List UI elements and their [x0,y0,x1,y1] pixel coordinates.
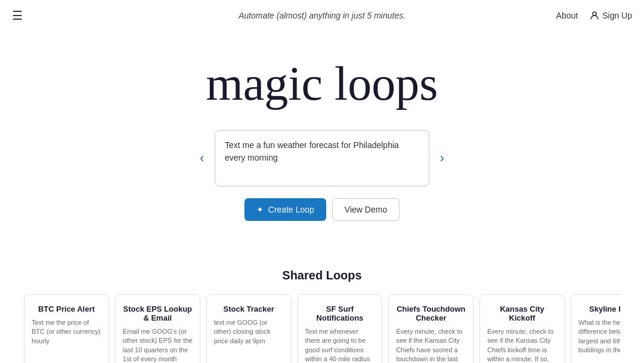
loop-card[interactable]: Stock Tracker text me GOOG (or other) cl… [206,294,292,363]
header-nav: About Sign Up [556,11,632,20]
loop-card-title: SF Surf Notifications [305,304,375,322]
loop-card[interactable]: BTC Price Alert Text me the price of BTC… [24,294,109,363]
hamburger-menu[interactable]: ☰ [12,8,23,23]
user-icon [590,11,599,20]
loop-card-desc: Every minute, check to see if the Kansas… [487,327,557,363]
loop-card-desc: Every minute, check to see if the Kansas… [396,327,466,363]
prompt-input[interactable] [225,139,419,175]
next-arrow-button[interactable]: › [437,147,447,169]
loop-card[interactable]: Skyline Delta What is the height differe… [571,294,620,363]
shared-loops-section: Shared Loops BTC Price Alert Text me the… [0,257,644,363]
loop-card[interactable]: Kansas City Kickoff Every minute, check … [479,294,565,363]
loop-card-desc: Text me the price of BTC (or other curre… [32,318,101,346]
about-link[interactable]: About [556,11,578,20]
svg-point-0 [593,12,596,16]
prompt-input-wrapper [215,130,429,186]
loop-card[interactable]: Chiefs Touchdown Checker Every minute, c… [388,294,473,363]
loop-card-title: Chiefs Touchdown Checker [396,304,466,322]
loop-card-title: Stock EPS Lookup & Email [123,304,193,322]
loop-card-desc: Text me whenever there are going to be g… [305,327,375,363]
loop-card-desc: Email me GOOG's (or other stock) EPS for… [123,327,193,363]
loops-grid: BTC Price Alert Text me the price of BTC… [24,294,620,363]
view-demo-button[interactable]: View Demo [332,198,400,221]
action-buttons: ✦ Create Loop View Demo [244,198,400,221]
hamburger-icon: ☰ [12,8,23,23]
create-loop-label: Create Loop [268,205,314,214]
loop-card-title: Stock Tracker [214,304,284,313]
loop-card-title: Skyline Delta [578,304,620,313]
loop-card-desc: text me GOOG (or other) closing stock pr… [214,318,284,346]
signup-label: Sign Up [602,11,632,20]
prev-arrow-button[interactable]: ‹ [197,147,207,169]
hero-section: magic loops ‹ › ✦ Create Loop View Demo [0,31,644,257]
loop-card-title: Kansas City Kickoff [487,304,557,322]
logo-title: magic loops [206,55,438,112]
header-tagline: Automate (almost) anything in just 5 min… [239,11,405,20]
loop-card[interactable]: Stock EPS Lookup & Email Email me GOOG's… [115,294,200,363]
create-loop-button[interactable]: ✦ Create Loop [244,198,326,221]
loop-card-title: BTC Price Alert [32,304,101,313]
loop-card-desc: What is the height difference between th… [578,318,620,355]
wand-icon: ✦ [256,205,264,214]
shared-loops-title: Shared Loops [24,269,620,282]
loop-card[interactable]: SF Surf Notifications Text me whenever t… [298,294,383,363]
prompt-container: ‹ › [215,130,429,186]
tagline-text: Automate (almost) anything in just 5 min… [239,11,405,20]
signup-link[interactable]: Sign Up [590,11,632,20]
